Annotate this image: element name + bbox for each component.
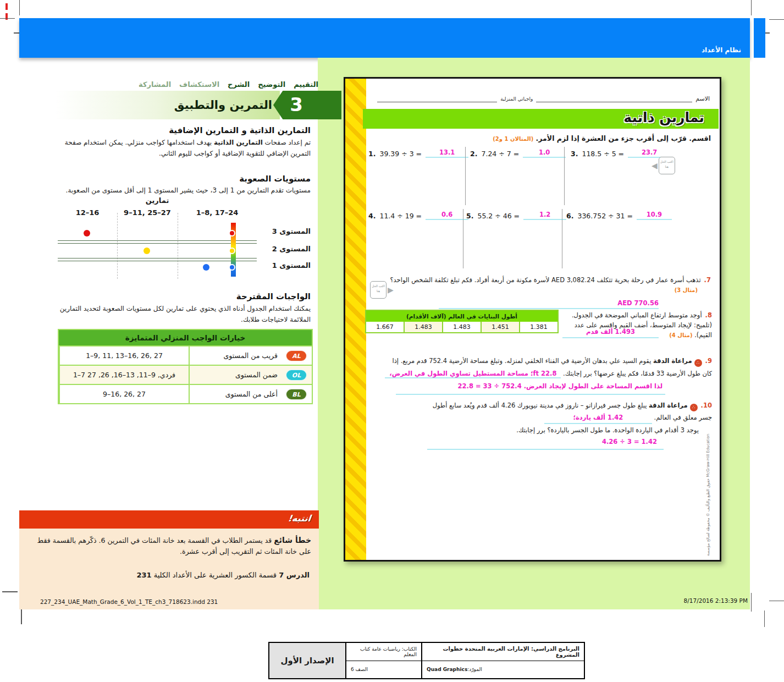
problem-2: 2. 7.24 ÷ 7 = 1.0 — [470, 148, 566, 158]
registration-mark — [5, 13, 8, 20]
answer-value: 1.493 ألف قدم — [586, 328, 635, 336]
level-cell: ضمن المستوى — [189, 366, 281, 384]
table-value: 1.667 — [366, 322, 404, 332]
attention-box: انتبه! خطأ شائع قد يستمر الطلاب في القسم… — [19, 510, 319, 609]
problem-number: 1. — [368, 150, 376, 158]
chart-column-headers: 12–16 9–11, 25–27 1–8, 17–24 — [58, 208, 257, 217]
table-row: AL قريب من المستوى 1–9, 11, 13–16, 26, 2… — [59, 345, 312, 365]
common-error-label: خطأ شائع — [274, 536, 311, 544]
suggested-body: يمكنك استخدام الجدول أدناه الذي يحتوي عل… — [58, 304, 311, 326]
table-row: OL ضمن المستوى 1–7 فردي, 9–11, 13–16, 26… — [59, 365, 312, 384]
precision-badge-icon: ∴ — [694, 359, 702, 367]
problem-expression: 118.5 ÷ 5 = — [582, 150, 624, 158]
answer-line — [396, 393, 665, 395]
instruction-text: اقسم. قرّب إلى أقرب جزء من العشرة إذا لز… — [536, 134, 711, 142]
badge-cell: BL — [281, 389, 312, 400]
section-banner: التمرين والتطبيق 3 — [55, 91, 341, 119]
buildings-table-values: 1.667 1.483 1.483 1.451 1.381 — [366, 322, 557, 332]
problem-number: 2. — [470, 150, 477, 158]
name-blank-line — [536, 94, 692, 102]
problem-1: 1. 39.39 ÷ 3 = 13.1 — [368, 148, 468, 158]
problem-column-divider — [564, 147, 565, 205]
scanned-textbook-page: نظام الأعداد المشاركة الاستكشاف الشرح ال… — [0, 0, 784, 682]
lesson-phase-tabs: المشاركة الاستكشاف الشرح التوضيح التقييم — [139, 80, 318, 89]
column-header: 9–11, 25–27 — [117, 208, 178, 217]
tab-explain: الشرح — [228, 80, 250, 89]
answer-text: 4.26 ÷ 3 = 1.42 — [353, 437, 657, 447]
level1-dot — [203, 264, 209, 271]
crop-mark — [0, 18, 15, 19]
problem-7: 7.تذهب أسرة عمار في رحلة بحرية تتكلف AED… — [417, 276, 711, 309]
self-practice-body: تم إعداد صفحات التمارين الذاتية بهدف است… — [58, 138, 311, 160]
crop-mark — [764, 610, 765, 627]
problem-column-divider — [465, 147, 466, 205]
badge-cell: AL — [281, 350, 312, 361]
program-vendor-column: البرنامج الدراسي: الإمارات العربية المتح… — [422, 643, 584, 678]
problem-expression: 55.2 ÷ 46 = — [477, 212, 520, 220]
column-divider — [117, 213, 118, 279]
problem-6: 6. 336.752 ÷ 31 = 10.9 — [566, 211, 672, 220]
answer-blank: AED 770.56 — [439, 299, 659, 310]
banner-gradient-bar: التمرين والتطبيق — [55, 91, 280, 119]
chart-title: تمارين — [58, 196, 257, 205]
problem-text: يوجد 3 أقدام في الياردة الواحدة. ما طول … — [353, 426, 699, 436]
crop-mark — [2, 591, 18, 592]
column-divider — [178, 213, 178, 279]
vendor-name: Quad Graphics — [427, 667, 467, 672]
crop-mark — [769, 19, 784, 20]
answer-value: AED 770.56 — [617, 299, 659, 307]
crop-mark — [19, 0, 20, 15]
column-header: 12–16 — [58, 208, 117, 217]
vendor-cell: المورّد: Quad Graphics — [422, 661, 584, 679]
exercises-cell: 9–16, 26, 27 — [59, 385, 189, 403]
table-value: 1.483 — [442, 322, 481, 332]
arrow-right-icon: ▶ — [388, 285, 394, 294]
problem-number: 3. — [571, 150, 578, 158]
homework-options-table: خيارات الواجب المنزلي المتمايزة AL قريب … — [58, 329, 313, 404]
section-title: التمرين والتطبيق — [174, 91, 272, 119]
answer-blank: 1.0 — [523, 148, 566, 158]
print-file-slug: 227_234_UAE_Math_Grade_6_Vol_1_TE_ch3_71… — [40, 598, 218, 605]
lesson-number: الدرس 7 — [279, 571, 310, 579]
name-blank-line — [377, 94, 497, 102]
problem-9: 9.∴مراعاة الدقة يقوم السيد علي بدهان الأ… — [353, 356, 712, 395]
answer-value: 1.2 — [539, 211, 550, 218]
note-box: اكتب الحل هنا — [370, 281, 387, 299]
body-text-bold: التمارين الذاتية — [214, 139, 263, 146]
problem-8-answer: 1.493 ألف قدم — [562, 327, 659, 338]
precision-label: مراعاة الدقة — [653, 357, 692, 365]
level-cell: قريب من المستوى — [189, 346, 281, 365]
badge-cell: OL — [281, 370, 312, 381]
answer-value: 13.1 — [439, 148, 455, 156]
section-number: 3 — [290, 94, 303, 116]
gradient-bar-level3-dot — [229, 230, 235, 237]
problem-number: 6. — [566, 212, 573, 220]
table-value: 1.451 — [481, 322, 519, 332]
problem-text: يقوم السيد علي بدهان الأرضية في الفناء ا… — [393, 357, 652, 365]
vendor-label: المورّد: — [467, 667, 482, 672]
problem-number: 8. — [705, 311, 712, 319]
ol-badge: OL — [286, 370, 307, 381]
lesson-title: قسمة الكسور العشرية على الأعداد الكلية — [154, 571, 277, 579]
grade-cell: الصف 6 — [346, 661, 421, 679]
attention-body: خطأ شائع قد يستمر الطلاب في القسمة بعد خ… — [19, 529, 319, 609]
worksheet-title: تمارين ذاتية — [623, 109, 704, 125]
problem-expression: 7.24 ÷ 7 = — [481, 150, 519, 158]
level2-dot — [143, 248, 150, 254]
name-label: الاسم — [695, 95, 710, 102]
worksheet-instruction: اقسم. قرّب إلى أقرب جزء من العشرة إذا لز… — [493, 134, 711, 142]
precision-badge-icon: ∴ — [690, 404, 698, 411]
problem-number: 4. — [368, 212, 376, 220]
chapter-bar-bleed-tab — [754, 18, 765, 58]
table-row: BL أعلى من المستوى 9–16, 26, 27 — [59, 384, 312, 403]
problem-number: 7. — [704, 276, 711, 284]
level2-label: المستوى 2 — [260, 245, 311, 253]
problem-4: 4. 11.4 ÷ 19 = 0.6 — [368, 211, 468, 220]
common-error-text: خطأ شائع قد يستمر الطلاب في القسمة بعد خ… — [27, 534, 311, 557]
tab-evaluate: التقييم — [294, 80, 318, 89]
answer-text: لذا اقسم المساحة على الطول لإيجاد العرض.… — [353, 382, 662, 392]
difficulty-heading: مستويات الصعوبة — [58, 174, 311, 184]
answer-blank: 1.2 — [523, 211, 566, 220]
level3-dot — [84, 230, 90, 237]
gradient-bar-level2-dot — [229, 248, 235, 254]
